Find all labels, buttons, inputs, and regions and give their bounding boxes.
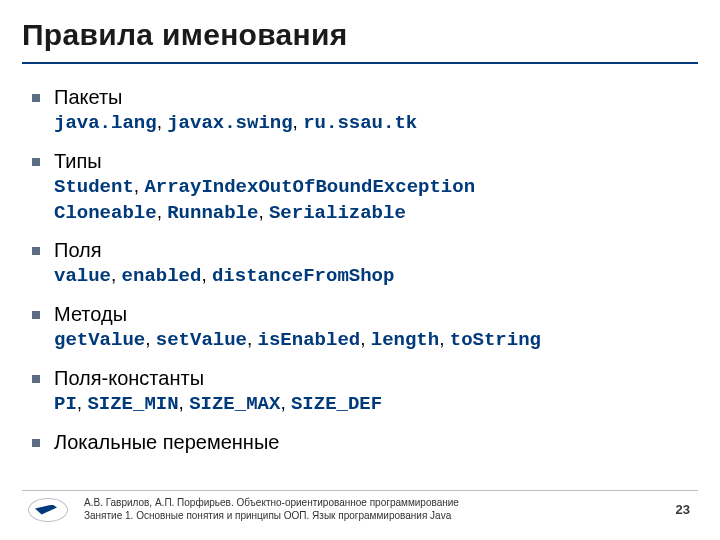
item-label: Пакеты [54, 84, 690, 110]
item-label: Типы [54, 148, 690, 174]
separator: , [179, 392, 190, 413]
code-token: Serializable [269, 202, 406, 224]
code-token: isEnabled [258, 329, 361, 351]
separator: , [134, 175, 145, 196]
slide-body: Пакетыjava.lang, javax.swing, ru.ssau.tk… [0, 64, 720, 455]
item-label: Поля-константы [54, 365, 690, 391]
separator: , [293, 111, 304, 132]
footer-credits: А.В. Гаврилов, А.П. Порфирьев. Объектно-… [84, 497, 676, 522]
code-token: SIZE_DEF [291, 393, 382, 415]
separator: , [280, 392, 291, 413]
code-line: Cloneable, Runnable, Serializable [54, 200, 690, 226]
code-line: value, enabled, distanceFromShop [54, 263, 690, 289]
code-token: length [371, 329, 439, 351]
institution-logo [28, 498, 68, 522]
code-token: Cloneable [54, 202, 157, 224]
code-token: Student [54, 176, 134, 198]
code-line: java.lang, javax.swing, ru.ssau.tk [54, 110, 690, 136]
code-line: Student, ArrayIndexOutOfBoundException [54, 174, 690, 200]
code-line: PI, SIZE_MIN, SIZE_MAX, SIZE_DEF [54, 391, 690, 417]
separator: , [439, 328, 450, 349]
separator: , [111, 264, 122, 285]
item-label: Методы [54, 301, 690, 327]
separator: , [247, 328, 258, 349]
separator: , [77, 392, 88, 413]
code-token: SIZE_MAX [189, 393, 280, 415]
slide-footer: А.В. Гаврилов, А.П. Порфирьев. Объектно-… [0, 490, 720, 522]
item-label: Локальные переменные [54, 429, 690, 455]
code-line: getValue, setValue, isEnabled, length, t… [54, 327, 690, 353]
separator: , [157, 201, 168, 222]
page-number: 23 [676, 502, 690, 517]
bullet-list: Пакетыjava.lang, javax.swing, ru.ssau.tk… [54, 84, 690, 455]
list-item: Поляvalue, enabled, distanceFromShop [54, 237, 690, 289]
list-item: Поля-константыPI, SIZE_MIN, SIZE_MAX, SI… [54, 365, 690, 417]
code-token: value [54, 265, 111, 287]
code-token: ru.ssau.tk [303, 112, 417, 134]
code-token: java.lang [54, 112, 157, 134]
code-token: enabled [122, 265, 202, 287]
code-token: SIZE_MIN [87, 393, 178, 415]
separator: , [157, 111, 168, 132]
list-item: Локальные переменные [54, 429, 690, 455]
list-item: МетодыgetValue, setValue, isEnabled, len… [54, 301, 690, 353]
code-token: Runnable [167, 202, 258, 224]
separator: , [201, 264, 212, 285]
separator: , [360, 328, 371, 349]
code-token: PI [54, 393, 77, 415]
code-token: toString [450, 329, 541, 351]
footer-divider [22, 490, 698, 491]
list-item: Пакетыjava.lang, javax.swing, ru.ssau.tk [54, 84, 690, 136]
footer-line-2: Занятие 1. Основные понятия и принципы О… [84, 510, 676, 523]
separator: , [145, 328, 156, 349]
code-token: setValue [156, 329, 247, 351]
footer-line-1: А.В. Гаврилов, А.П. Порфирьев. Объектно-… [84, 497, 676, 510]
code-token: getValue [54, 329, 145, 351]
code-token: distanceFromShop [212, 265, 394, 287]
list-item: ТипыStudent, ArrayIndexOutOfBoundExcepti… [54, 148, 690, 226]
item-label: Поля [54, 237, 690, 263]
slide-title: Правила именования [0, 0, 720, 52]
code-token: ArrayIndexOutOfBoundException [144, 176, 475, 198]
code-token: javax.swing [167, 112, 292, 134]
separator: , [258, 201, 269, 222]
